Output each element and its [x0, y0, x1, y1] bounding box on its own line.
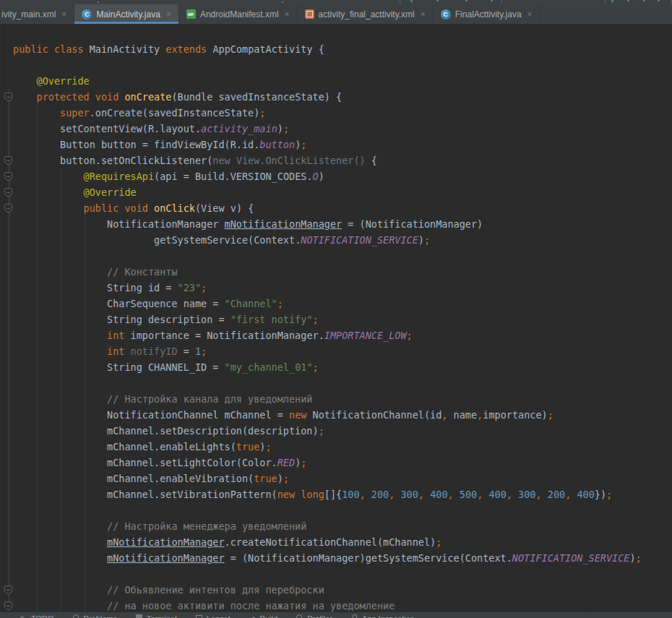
window-edge-line — [4, 24, 5, 611]
build-icon — [249, 614, 257, 618]
toolbar-dot — [491, 0, 493, 1]
code-line: String CHANNEL_ID = "my_channel_01"; — [13, 359, 642, 375]
editor-tab-bar: ivity_main.xml×CMainActivity.java×MFAndr… — [0, 4, 672, 24]
tab-label: ivity_main.xml — [1, 9, 56, 20]
code-line: String description = "first notify"; — [13, 312, 642, 327]
tool-window-button-label: Profiler — [307, 614, 332, 618]
code-line: // Обьявление интентов для переброски — [13, 582, 642, 598]
code-line: // Константы — [13, 264, 642, 280]
code-line: NotificationManager mNotificationManager… — [13, 216, 642, 232]
profiler-icon — [296, 614, 303, 618]
code-line: Button button = findViewById(R.id.button… — [13, 137, 642, 153]
tool-window-button-label: TODO — [31, 614, 54, 618]
tab-android-manifest-xml[interactable]: MFAndroidManifest.xml× — [179, 4, 298, 24]
toolbar-dot — [98, 1, 99, 3]
code-line: mChannel.setLightColor(Color.RED); — [13, 455, 642, 471]
terminal-icon — [136, 614, 143, 618]
code-line: mChannel.setDescription(description); — [13, 423, 642, 439]
code-line: setContentView(R.layout.activity_main); — [13, 121, 642, 137]
tab-activity-main-xml[interactable]: ivity_main.xml× — [0, 4, 74, 24]
tab-label: FinalActtivity.java — [455, 9, 522, 20]
code-line: String id = "23"; — [13, 280, 642, 296]
tab-activity-final-acttivity-xml[interactable]: activity_final_acttivity.xml× — [298, 4, 434, 24]
fold-marker-icon[interactable]: − — [4, 204, 12, 213]
code-editor[interactable]: public class MainActivity extends AppCom… — [0, 24, 672, 611]
manifest-icon: MF — [186, 9, 196, 19]
fold-marker-icon[interactable]: − — [4, 156, 12, 165]
close-icon[interactable]: × — [421, 9, 426, 20]
code-line: mChannel.enableVibration(true); — [13, 471, 642, 486]
code-line: // Настройка менеджера уведомлений — [13, 518, 642, 534]
code-line: int notifyID = 1; — [13, 343, 642, 359]
todo-icon: ≡ — [20, 614, 27, 618]
ide-window: ivity_main.xml×CMainActivity.java×MFAndr… — [0, 0, 672, 618]
fold-marker-icon[interactable]: − — [4, 601, 12, 610]
code-line: NotificationChannel mChannel = new Notif… — [13, 407, 642, 423]
tool-window-button-todo[interactable]: ≡TODO — [20, 614, 54, 618]
tool-window-button-terminal[interactable]: Terminal — [136, 614, 177, 618]
tab-final-acttivity-java[interactable]: CFinalActtivity.java× — [434, 4, 540, 24]
code-line: @RequiresApi(api = Build.VERSION_CODES.O… — [13, 168, 642, 184]
code-line: mChannel.enableLights(true); — [13, 439, 642, 455]
code-area[interactable]: public class MainActivity extends AppCom… — [13, 41, 642, 611]
tool-window-button-label: App Inspection — [362, 614, 415, 618]
run-icon[interactable] — [611, 0, 613, 2]
close-icon[interactable]: × — [166, 9, 171, 20]
toolbar-dot — [658, 0, 660, 1]
logcat-icon — [196, 614, 203, 618]
code-line: super.onCreate(savedInstanceState); — [13, 105, 642, 121]
toolbar-dot — [627, 0, 629, 1]
code-line: protected void onCreate(Bundle savedInst… — [13, 89, 642, 105]
code-line: mChannel.setVibrationPattern(new long[]{… — [13, 486, 642, 502]
code-line: @Override — [13, 73, 642, 89]
code-line — [13, 248, 642, 264]
app-inspection-icon — [351, 614, 358, 618]
close-icon[interactable]: × — [285, 9, 290, 20]
fold-marker-icon[interactable]: − — [4, 172, 12, 181]
fold-marker-icon[interactable]: − — [4, 93, 12, 101]
toolbar-dot — [465, 0, 468, 1]
code-line: CharSequence name = "Channel"; — [13, 296, 642, 312]
code-line: public void onClick(View v) { — [13, 200, 642, 216]
tab-label: activity_final_acttivity.xml — [319, 9, 415, 20]
code-line: // Настройка канала для уведомлений — [13, 391, 642, 407]
tool-window-button-logcat[interactable]: Logcat — [196, 614, 231, 618]
code-line: mNotificationManager = (NotificationMana… — [13, 550, 642, 566]
java-class-icon: C — [441, 9, 451, 20]
code-line — [13, 57, 642, 73]
tool-window-button-label: Terminal — [147, 614, 177, 618]
tab-main-activity-java[interactable]: CMainActivity.java× — [74, 4, 179, 24]
code-line — [13, 566, 642, 582]
code-line: public class MainActivity extends AppCom… — [13, 41, 642, 57]
toolbar-dot — [282, 1, 283, 3]
run-icon[interactable] — [410, 0, 413, 2]
toolbar-dot — [436, 0, 439, 1]
tool-window-button-build[interactable]: Build — [249, 614, 277, 618]
tool-window-button-label: Problems — [84, 614, 117, 618]
tool-window-button-profiler[interactable]: Profiler — [296, 614, 332, 618]
layout-xml-icon — [305, 9, 314, 19]
fold-marker-icon[interactable]: − — [4, 188, 12, 197]
code-line — [13, 375, 642, 391]
toolbar-dot — [643, 0, 645, 1]
code-line — [13, 502, 642, 518]
close-icon[interactable]: × — [61, 9, 66, 20]
tool-window-button-problems[interactable]: Problems — [73, 614, 117, 618]
tool-window-button-app-inspection[interactable]: App Inspection — [351, 614, 415, 618]
code-line: @Override — [13, 184, 642, 200]
code-line: // на новое активити после нажатия на ув… — [13, 598, 642, 611]
java-class-icon: C — [82, 9, 92, 20]
problems-icon — [73, 614, 80, 618]
code-line: int importance = NotificationManager.IMP… — [13, 327, 642, 343]
code-line: mNotificationManager.createNotificationC… — [13, 534, 642, 550]
code-line: button.setOnClickListener(new View.OnCli… — [13, 153, 642, 168]
tool-window-bar: ≡TODOProblemsTerminalLogcatBuildProfiler… — [0, 611, 672, 618]
fold-marker-icon[interactable]: − — [4, 585, 12, 594]
close-icon[interactable]: × — [527, 9, 533, 20]
tab-label: AndroidManifest.xml — [200, 9, 279, 20]
tool-window-button-label: Logcat — [207, 614, 231, 618]
gutter-fold-line — [9, 89, 9, 611]
code-line: getSystemService(Context.NOTIFICATION_SE… — [13, 232, 642, 248]
tab-label: MainActivity.java — [96, 9, 160, 20]
tool-window-button-label: Build — [260, 614, 277, 618]
